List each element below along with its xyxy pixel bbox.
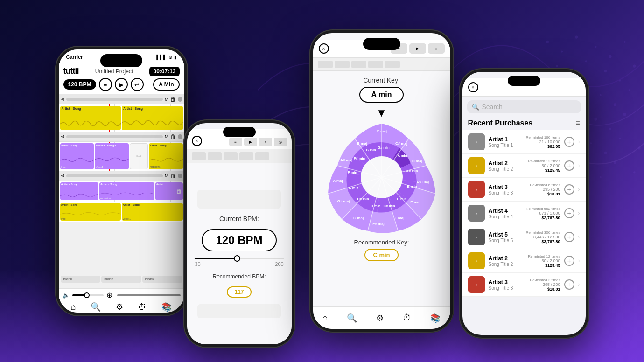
key-recommended-area: Recommended Key: C min (354, 239, 409, 261)
key-nav-sliders[interactable]: ⚙ (376, 313, 384, 323)
sub-tool-3[interactable] (224, 152, 238, 160)
bpm-recommended-label: Recommended BPM: (212, 273, 266, 280)
svg-text:G# maj: G# maj (337, 199, 350, 203)
purch-item-2[interactable]: ♪ Artist 2 Song Title 2 Re-minted 12 tim… (462, 154, 586, 178)
purch-info-2: Artist 2 Song Title 2 (489, 160, 525, 172)
svg-text:D# min: D# min (357, 197, 369, 201)
purch-add-7[interactable]: + (564, 279, 574, 290)
add-track-icon[interactable]: ⊕ (106, 291, 112, 299)
key-button[interactable]: A Min (153, 78, 179, 90)
bpm-toolbar-btn-3[interactable]: ↕ (259, 138, 272, 146)
key-sub-tool-5[interactable] (385, 61, 400, 68)
bpm-slider-thumb[interactable] (234, 255, 240, 262)
purch-item-5[interactable]: ♪ Artist 5 Song Title 5 Re-minted 306 ti… (462, 225, 586, 249)
track-separator-1: ⊲ M 🗑 (59, 94, 184, 104)
blank-btn-2[interactable]: blank (101, 276, 141, 283)
daw-bottom-row: blank blank blank (59, 271, 184, 288)
key-wheel[interactable]: C maj C# maj D maj D# maj E maj F maj F#… (326, 121, 438, 233)
purch-reminted-7: Re-minted 3 times (530, 278, 560, 282)
purch-numbers-2: 50 / 2,000 (528, 163, 560, 168)
phone-key: × ≡ ▶ ↕ Current Key: (309, 29, 454, 333)
purch-song-3: Song Title 3 (489, 190, 526, 195)
purch-stats-2: Re-minted 12 times 50 / 2,000 $125.45 (528, 159, 560, 173)
bpm-slider-track[interactable] (195, 258, 283, 259)
key-arrow-icon: ▼ (376, 106, 387, 119)
purch-artist-5: Artist 5 (489, 231, 522, 238)
purch-artist-6: Artist 2 (489, 255, 525, 262)
purch-chevron-2: › (578, 162, 580, 169)
bpm-button[interactable]: 120 BPM (63, 79, 96, 90)
purch-item-3[interactable]: ♪ Artist 3 Song Title 3 Re-minted 6 time… (462, 178, 586, 202)
purch-thumb-5: ♪ (468, 229, 485, 245)
key-nav-search[interactable]: 🔍 (347, 313, 357, 323)
daw-nav: ⌂ 🔍 ⚙ ⏱ 📚 (59, 301, 184, 313)
svg-text:G# min: G# min (378, 146, 390, 150)
undo-button[interactable]: ↩ (131, 78, 144, 91)
nav-search-icon[interactable]: 🔍 (91, 302, 101, 312)
bpm-toolbar-btn-4[interactable]: ◎ (274, 138, 287, 146)
purch-info-1: Artist 1 Song Title 1 (489, 136, 522, 148)
nav-home-icon[interactable]: ⌂ (71, 302, 76, 312)
nav-sliders-icon[interactable]: ⚙ (116, 302, 123, 312)
daw-logo: tuttii (63, 66, 79, 76)
daw-screen: Carrier ▌▌▌ ⊙ ▮ tuttii Untitled Project … (59, 49, 184, 313)
purch-stats-6: Re-minted 12 times 50 / 2,000 $125.45 (528, 254, 560, 268)
sub-tool-2[interactable] (208, 152, 222, 160)
dynamic-island-2 (223, 127, 256, 137)
svg-text:G maj: G maj (353, 216, 363, 220)
hamburger-menu-btn[interactable]: ≡ (99, 78, 112, 91)
play-button[interactable]: ▶ (115, 78, 128, 91)
purch-add-3[interactable]: + (564, 184, 574, 195)
close-purchases-button[interactable]: × (468, 82, 478, 92)
purch-item-7[interactable]: ♪ Artist 3 Song Title 3 Re-minted 3 time… (462, 273, 586, 297)
blank-btn-1[interactable]: blank (61, 276, 101, 283)
purch-add-4[interactable]: + (564, 208, 574, 218)
purch-chevron-1: › (578, 139, 580, 145)
purch-price-7: $18.01 (530, 287, 560, 292)
purch-artist-4: Artist 4 (489, 208, 522, 214)
section-menu-icon[interactable]: ≡ (575, 119, 580, 127)
key-sub-tool-3[interactable] (351, 61, 366, 68)
sub-tool-5[interactable] (255, 152, 269, 160)
svg-text:A maj: A maj (333, 179, 343, 183)
purch-item-1[interactable]: ♪ Artist 1 Song Title 1 Re-minted 166 it… (462, 130, 586, 154)
purch-reminted-5: Re-minted 306 times (526, 230, 560, 235)
track-4: Artist - Song Intro Artist - Song Verse … (59, 202, 184, 222)
purch-item-6[interactable]: ♪ Artist 2 Song Title 2 Re-minted 12 tim… (462, 249, 586, 273)
purch-add-6[interactable]: + (564, 256, 574, 266)
svg-text:A min: A min (397, 153, 407, 158)
bpm-toolbar-btn-1[interactable]: ≡ (229, 138, 242, 146)
purch-stats-4: Re-minted 562 times 871 / 1,000 $2,767.8… (526, 207, 560, 220)
sub-tool-4[interactable] (239, 152, 253, 160)
key-nav-home[interactable]: ⌂ (322, 313, 328, 323)
bpm-toolbar-btn-2[interactable]: ▶ (244, 138, 257, 146)
purch-search-bar[interactable]: 🔍 Search (467, 100, 581, 113)
purch-price-2: $125.45 (528, 168, 560, 173)
purch-list: ♪ Artist 1 Song Title 1 Re-minted 166 it… (462, 130, 586, 335)
svg-text:D maj: D maj (412, 159, 422, 163)
purch-add-1[interactable]: + (564, 137, 574, 147)
nav-library-icon[interactable]: 📚 (161, 302, 172, 312)
close-key-button[interactable]: × (319, 43, 329, 54)
purch-reminted-3: Re-minted 6 times (530, 183, 560, 187)
purch-add-2[interactable]: + (564, 160, 574, 171)
purch-song-7: Song Title 3 (489, 285, 526, 291)
key-sub-tool-1[interactable] (318, 61, 333, 68)
key-tool-3[interactable]: ↕ (428, 43, 445, 54)
close-bpm-button[interactable]: × (192, 136, 202, 146)
key-nav-clock[interactable]: ⏱ (403, 313, 411, 323)
purch-chevron-4: › (578, 210, 580, 216)
key-sub-tool-4[interactable] (368, 61, 383, 68)
key-nav-library[interactable]: 📚 (430, 313, 441, 323)
key-sub-tool-2[interactable] (335, 61, 350, 68)
nav-clock-icon[interactable]: ⏱ (138, 302, 147, 312)
purchases-content: × 🔍 Search Recent Purchases ≡ ♪ (462, 72, 586, 335)
purch-item-4[interactable]: ♪ Artist 4 Song Title 4 Re-minted 562 ti… (462, 202, 586, 225)
blank-btn-3[interactable]: blank (142, 276, 182, 283)
sub-tool-1[interactable] (192, 152, 206, 160)
purch-add-5[interactable]: + (564, 232, 574, 242)
track-1: Artist - Song Artist - Song (59, 104, 184, 132)
purch-stats-7: Re-minted 3 times 295 / 200 $18.01 (530, 278, 560, 292)
purch-info-4: Artist 4 Song Title 4 (489, 208, 522, 219)
key-tool-2[interactable]: ▶ (409, 43, 426, 54)
